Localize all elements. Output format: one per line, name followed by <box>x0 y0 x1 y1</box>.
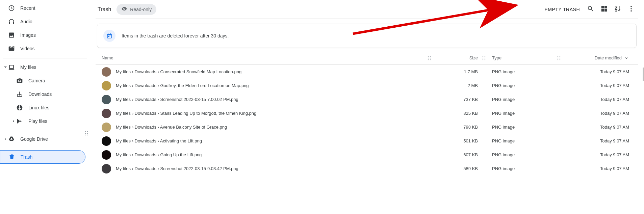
sidebar-item-images[interactable]: Images <box>0 28 85 42</box>
file-rows: My files › Downloads › Consecrated Snowf… <box>96 65 638 176</box>
sidebar-item-label: Play files <box>28 118 47 124</box>
sidebar-item-recent[interactable]: Recent <box>0 1 85 15</box>
column-header-type[interactable]: Type <box>486 55 557 60</box>
sidebar-resize-grip-icon[interactable] <box>85 131 89 135</box>
table-row[interactable]: My files › Downloads › Avenue Balcony Si… <box>96 120 638 134</box>
file-path: My files › Downloads › Screenshot 2022-0… <box>116 97 427 102</box>
sidebar-item-my-files[interactable]: My files <box>0 60 85 74</box>
file-path: My files › Downloads › Going Up the Lift… <box>116 152 427 157</box>
file-type: PNG image <box>486 111 557 116</box>
file-date: Today 9:07 AM <box>561 97 632 102</box>
header: Trash Read-only EMPTY TRASH <box>96 0 638 19</box>
svg-point-6 <box>630 6 632 7</box>
file-size: 1.7 MB <box>431 69 482 74</box>
file-size: 589 KB <box>431 166 482 171</box>
sidebar-item-label: Linux files <box>28 105 49 110</box>
file-date: Today 9:07 AM <box>561 125 632 130</box>
more-vert-icon <box>627 5 635 14</box>
column-header-date[interactable]: Date modified <box>561 55 632 61</box>
download-icon <box>16 91 23 98</box>
svg-point-15 <box>483 56 483 56</box>
file-date: Today 9:07 AM <box>561 138 632 143</box>
column-label: Date modified <box>595 55 622 60</box>
sidebar-item-videos[interactable]: Videos <box>0 42 85 55</box>
file-size: 607 KB <box>431 152 482 157</box>
sidebar-item-downloads[interactable]: Downloads <box>0 87 85 101</box>
eye-icon <box>121 6 127 13</box>
calendar-icon <box>103 30 115 42</box>
svg-point-20 <box>485 59 485 60</box>
sidebar-item-linux-files[interactable]: Linux files <box>0 101 85 114</box>
file-type: PNG image <box>486 97 557 102</box>
drive-icon <box>8 136 15 142</box>
chip-label: Read-only <box>130 7 152 12</box>
svg-point-13 <box>428 59 429 60</box>
file-date: Today 9:07 AM <box>561 152 632 157</box>
svg-point-17 <box>483 57 483 58</box>
table-row[interactable]: My files › Downloads › Activating the Li… <box>96 134 638 148</box>
app-root: Recent Audio Images Videos <box>0 0 644 214</box>
search-button[interactable] <box>584 3 597 16</box>
more-options-button[interactable] <box>624 3 638 16</box>
file-date: Today 9:07 AM <box>561 166 632 171</box>
sidebar: Recent Audio Images Videos <box>0 0 89 214</box>
file-thumbnail <box>102 123 111 132</box>
sort-az-button[interactable] <box>611 3 624 16</box>
svg-point-16 <box>485 56 485 56</box>
table-row[interactable]: My files › Downloads › Godfrey, the Elde… <box>96 79 638 92</box>
table-row[interactable]: My files › Downloads › Screenshot 2022-0… <box>96 162 638 176</box>
chevron-right-icon <box>3 137 8 141</box>
file-size: 2 MB <box>431 83 482 88</box>
column-header-name[interactable]: Name <box>102 55 427 60</box>
file-size: 501 KB <box>431 138 482 143</box>
svg-point-21 <box>558 56 558 56</box>
file-thumbnail <box>102 95 111 104</box>
file-path: My files › Downloads › Godfrey, the Elde… <box>116 83 427 88</box>
svg-point-23 <box>558 57 558 58</box>
file-thumbnail <box>102 150 111 160</box>
column-resize-grip-icon[interactable] <box>427 56 431 60</box>
table-row[interactable]: My files › Downloads › Screenshot 2022-0… <box>96 92 638 106</box>
sidebar-item-label: Videos <box>20 46 35 51</box>
svg-point-3 <box>87 133 88 134</box>
svg-point-24 <box>560 57 560 58</box>
sidebar-item-play-files[interactable]: Play files <box>0 114 85 128</box>
sidebar-item-label: Downloads <box>28 91 52 97</box>
table-row[interactable]: My files › Downloads › Stairs Leading Up… <box>96 106 638 120</box>
trash-icon <box>8 154 15 160</box>
sidebar-top-section: Recent Audio Images Videos <box>0 1 89 56</box>
sidebar-item-trash[interactable]: Trash <box>0 150 85 164</box>
svg-point-26 <box>560 59 560 60</box>
page-title: Trash <box>98 6 111 12</box>
chevron-down-icon <box>3 65 8 69</box>
column-label: Type <box>492 55 501 60</box>
file-type: PNG image <box>486 83 557 88</box>
file-type: PNG image <box>486 152 557 157</box>
view-grid-button[interactable] <box>597 3 611 16</box>
svg-point-8 <box>630 10 632 12</box>
svg-point-5 <box>87 135 88 135</box>
sidebar-item-camera[interactable]: Camera <box>0 74 85 87</box>
file-thumbnail <box>102 109 111 118</box>
clock-icon <box>8 5 15 11</box>
file-size: 737 KB <box>431 97 482 102</box>
sidebar-item-label: Audio <box>20 19 32 24</box>
file-thumbnail <box>102 164 111 173</box>
sidebar-item-label: Camera <box>28 78 45 83</box>
svg-point-11 <box>428 57 429 58</box>
file-thumbnail <box>102 67 111 77</box>
table-row[interactable]: My files › Downloads › Going Up the Lift… <box>96 148 638 162</box>
column-resize-grip-icon[interactable] <box>482 56 486 60</box>
read-only-chip: Read-only <box>117 4 156 15</box>
svg-point-1 <box>87 131 88 132</box>
sidebar-item-audio[interactable]: Audio <box>0 15 85 28</box>
file-date: Today 9:07 AM <box>561 83 632 88</box>
empty-trash-button[interactable]: EMPTY TRASH <box>540 4 584 15</box>
sidebar-item-google-drive[interactable]: Google Drive <box>0 132 85 146</box>
column-resize-grip-icon[interactable] <box>557 56 561 60</box>
table-header: Name Size Type Date modified <box>96 51 638 65</box>
sidebar-item-label: Trash <box>21 154 32 160</box>
table-row[interactable]: My files › Downloads › Consecrated Snowf… <box>96 65 638 79</box>
column-header-size[interactable]: Size <box>431 55 482 60</box>
scrollbar-thumb[interactable] <box>643 68 644 81</box>
